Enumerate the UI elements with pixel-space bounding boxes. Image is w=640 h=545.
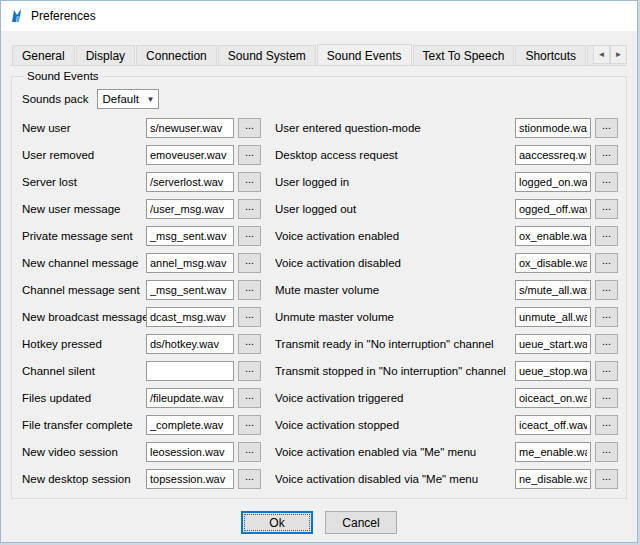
- sound-event-label: Mute master volume: [275, 284, 515, 296]
- tab-scroll-right-button[interactable]: ►: [610, 45, 627, 64]
- sound-event-row: Voice activation triggered ...: [275, 384, 618, 411]
- sound-file-input[interactable]: [146, 361, 234, 381]
- sounds-pack-select[interactable]: Default ▼: [97, 89, 159, 109]
- sound-event-label: Server lost: [22, 176, 146, 188]
- sound-event-label: Private message sent: [22, 230, 146, 242]
- browse-button[interactable]: ...: [595, 442, 618, 462]
- sound-event-label: New desktop session: [22, 473, 146, 485]
- browse-button[interactable]: ...: [238, 334, 261, 354]
- browse-button[interactable]: ...: [238, 442, 261, 462]
- tab-scroll-left-button[interactable]: ◄: [593, 45, 610, 64]
- sound-events-column-left: New user ... User removed ... Server los…: [22, 114, 261, 492]
- sound-file-input[interactable]: [515, 307, 591, 327]
- browse-button[interactable]: ...: [238, 199, 261, 219]
- sound-file-input[interactable]: [146, 118, 234, 138]
- sound-event-row: User entered question-mode ...: [275, 114, 618, 141]
- browse-button[interactable]: ...: [595, 307, 618, 327]
- sound-event-row: New channel message ...: [22, 249, 261, 276]
- sound-file-input[interactable]: [515, 415, 591, 435]
- browse-button[interactable]: ...: [595, 361, 618, 381]
- browse-button[interactable]: ...: [595, 334, 618, 354]
- tab-sound-system[interactable]: Sound System: [218, 45, 316, 65]
- chevron-down-icon: ▼: [147, 95, 155, 104]
- sound-file-input[interactable]: [515, 172, 591, 192]
- sound-file-input[interactable]: [515, 118, 591, 138]
- sound-event-label: File transfer complete: [22, 419, 146, 431]
- sound-event-label: User entered question-mode: [275, 122, 515, 134]
- tab-scroll-control: ◄ ►: [593, 45, 627, 64]
- sound-file-input[interactable]: [146, 442, 234, 462]
- tab-display[interactable]: Display: [76, 45, 135, 65]
- browse-button[interactable]: ...: [595, 145, 618, 165]
- browse-button[interactable]: ...: [238, 415, 261, 435]
- dialog-footer: Ok Cancel: [11, 511, 627, 534]
- browse-button[interactable]: ...: [238, 280, 261, 300]
- browse-button[interactable]: ...: [238, 145, 261, 165]
- sound-file-input[interactable]: [146, 280, 234, 300]
- sound-event-row: Hotkey pressed ...: [22, 330, 261, 357]
- sound-file-input[interactable]: [515, 334, 591, 354]
- browse-button[interactable]: ...: [238, 172, 261, 192]
- sound-file-input[interactable]: [146, 199, 234, 219]
- browse-button[interactable]: ...: [238, 226, 261, 246]
- sound-event-row: User logged out ...: [275, 195, 618, 222]
- sound-event-label: Files updated: [22, 392, 146, 404]
- sound-event-row: Unmute master volume ...: [275, 303, 618, 330]
- sound-file-input[interactable]: [515, 226, 591, 246]
- cancel-button[interactable]: Cancel: [325, 511, 397, 534]
- browse-button[interactable]: ...: [595, 253, 618, 273]
- sound-file-input[interactable]: [146, 469, 234, 489]
- tab-shortcuts[interactable]: Shortcuts: [515, 45, 586, 65]
- browse-button[interactable]: ...: [595, 469, 618, 489]
- sound-file-input[interactable]: [146, 388, 234, 408]
- sound-file-input[interactable]: [146, 253, 234, 273]
- browse-button[interactable]: ...: [238, 388, 261, 408]
- sound-event-label: Desktop access request: [275, 149, 515, 161]
- sound-file-input[interactable]: [146, 307, 234, 327]
- browse-button[interactable]: ...: [595, 118, 618, 138]
- tab-text-to-speech[interactable]: Text To Speech: [413, 45, 515, 65]
- browse-button[interactable]: ...: [238, 118, 261, 138]
- sound-file-input[interactable]: [515, 253, 591, 273]
- sound-event-label: Voice activation stopped: [275, 419, 515, 431]
- sound-file-input[interactable]: [515, 469, 591, 489]
- tab-connection[interactable]: Connection: [136, 45, 217, 65]
- sound-event-label: Hotkey pressed: [22, 338, 146, 350]
- browse-button[interactable]: ...: [595, 199, 618, 219]
- browse-button[interactable]: ...: [595, 388, 618, 408]
- sound-file-input[interactable]: [515, 388, 591, 408]
- sounds-pack-value: Default: [103, 93, 139, 105]
- ok-button[interactable]: Ok: [241, 511, 313, 534]
- browse-button[interactable]: ...: [595, 172, 618, 192]
- browse-button[interactable]: ...: [238, 307, 261, 327]
- sound-file-input[interactable]: [515, 361, 591, 381]
- tab-general[interactable]: General: [12, 45, 75, 65]
- browse-button[interactable]: ...: [595, 226, 618, 246]
- sound-event-row: Voice activation enabled ...: [275, 222, 618, 249]
- sounds-pack-row: Sounds pack Default ▼: [22, 86, 618, 112]
- sound-file-input[interactable]: [515, 199, 591, 219]
- tab-sound-events[interactable]: Sound Events: [317, 44, 412, 66]
- browse-button[interactable]: ...: [595, 415, 618, 435]
- sound-file-input[interactable]: [146, 415, 234, 435]
- sound-file-input[interactable]: [146, 172, 234, 192]
- sound-file-input[interactable]: [146, 334, 234, 354]
- browse-button[interactable]: ...: [238, 253, 261, 273]
- browse-button[interactable]: ...: [238, 469, 261, 489]
- browse-button[interactable]: ...: [238, 361, 261, 381]
- sound-file-input[interactable]: [146, 145, 234, 165]
- preferences-window: Preferences General Display Connection S…: [0, 0, 638, 543]
- titlebar: Preferences: [1, 1, 637, 31]
- sound-file-input[interactable]: [146, 226, 234, 246]
- sound-event-label: Voice activation enabled via "Me" menu: [275, 446, 515, 458]
- sound-event-row: New video session ...: [22, 438, 261, 465]
- sound-event-row: Private message sent ...: [22, 222, 261, 249]
- sound-file-input[interactable]: [515, 280, 591, 300]
- browse-button[interactable]: ...: [595, 280, 618, 300]
- tab-bar: General Display Connection Sound System …: [11, 43, 627, 66]
- sound-file-input[interactable]: [515, 442, 591, 462]
- sound-event-label: New user message: [22, 203, 146, 215]
- groupbox-title: Sound Events: [24, 70, 102, 82]
- sound-event-row: Voice activation disabled ...: [275, 249, 618, 276]
- sound-file-input[interactable]: [515, 145, 591, 165]
